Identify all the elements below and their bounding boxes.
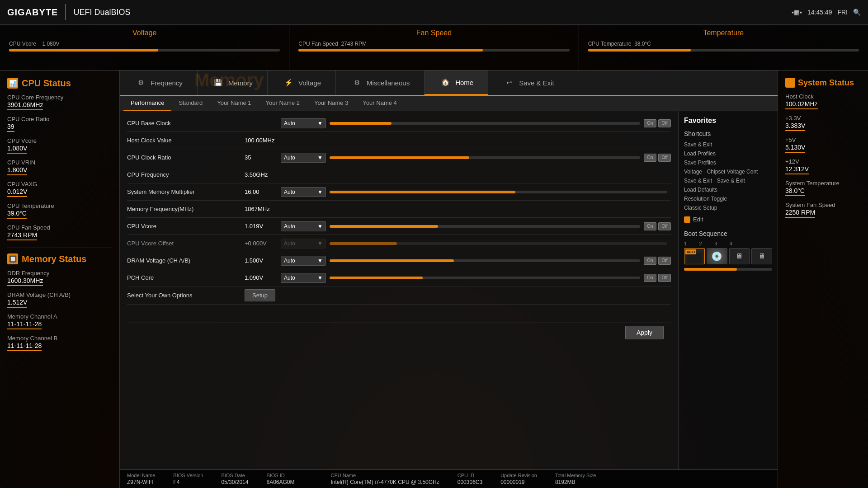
- system-status-items: Host Clock 100.02MHz +3.3V 3.383V +5V 5.…: [785, 93, 861, 220]
- cpu-vcore-value: 1.080V: [7, 145, 27, 154]
- temp-track: [588, 49, 859, 52]
- sub-tab-standard[interactable]: Standard: [171, 96, 210, 111]
- sys-mem-mult-dropdown[interactable]: Auto▼: [281, 187, 326, 197]
- toggle-on[interactable]: On: [644, 119, 656, 127]
- sub-tab-your-name-3[interactable]: Your Name 3: [307, 96, 355, 111]
- setting-row-cpu-freq: CPU Frequency 3.50GHz: [127, 166, 671, 183]
- cpu-vrin-value: 1.800V: [7, 166, 27, 175]
- boot-device-4[interactable]: 🖥: [751, 248, 772, 264]
- dram-voltage-label: DRAM Voltage (CH A/B): [7, 291, 112, 298]
- hdd-icon-4: 🖥: [758, 252, 765, 260]
- pch-core-toggle: On Off: [644, 274, 671, 282]
- shortcut-save-exit-2[interactable]: Save & Exit - Save & Exit: [684, 176, 772, 185]
- apply-button[interactable]: Apply: [625, 326, 664, 339]
- header-time: 14:45:49: [807, 9, 832, 16]
- cpu-temp-value: 39.0°C: [7, 210, 27, 219]
- tab-voltage[interactable]: ⚡ Voltage: [268, 70, 336, 95]
- cpu-clock-ratio-dropdown[interactable]: Auto▼: [281, 153, 326, 163]
- fan-track: [298, 49, 569, 52]
- cpu-vcore-slider[interactable]: [330, 225, 640, 228]
- memory-status-title: 🔲 Memory Status: [7, 253, 112, 264]
- temperature-label: Temperature: [588, 29, 859, 37]
- tab-frequency[interactable]: ⚙ Frequency: [120, 70, 198, 95]
- cpu-fan-label: CPU Fan Speed: [7, 224, 112, 231]
- pch-core-dropdown[interactable]: Auto▼: [281, 273, 326, 283]
- shortcut-resolution-toggle[interactable]: Resolution Toggle: [684, 194, 772, 203]
- shortcut-load-profiles[interactable]: Load Profiles: [684, 149, 772, 158]
- dram-voltage-dropdown[interactable]: Auto▼: [281, 256, 326, 266]
- fan-speed-label: Fan Speed: [298, 29, 569, 37]
- shortcut-classic-setup[interactable]: Classic Setup: [684, 203, 772, 212]
- sys-mem-mult-slider[interactable]: [330, 191, 667, 193]
- nav-tabs: ⚙ Frequency 💾 Memory ⚡ Voltage ⚙ Miscell…: [120, 70, 778, 96]
- shortcut-save-profiles[interactable]: Save Profiles: [684, 158, 772, 167]
- cpu-temp-label: CPU Temperature: [7, 202, 112, 209]
- header-icons: ▪▦▪: [792, 9, 802, 16]
- boot-device-3[interactable]: 🖥: [729, 248, 750, 264]
- boot-device-1[interactable]: UEFI: [684, 248, 705, 264]
- bottom-bar: Model Name Z97N-WIFI BIOS Version F4 BIO…: [120, 469, 778, 488]
- shortcut-voltage-chipset[interactable]: Voltage - Chipset Voltage Cont: [684, 167, 772, 176]
- sidebar-left: 📊 CPU Status CPU Core Frequency 3901.06M…: [0, 70, 120, 488]
- setting-row-pch-core: PCH Core 1.090V Auto▼ On Off: [127, 269, 671, 286]
- save-exit-icon: ↩: [503, 76, 515, 89]
- tab-memory[interactable]: 💾 Memory: [198, 70, 268, 95]
- cpu-vaxg-label: CPU VAXG: [7, 181, 112, 188]
- setting-row-mem-freq: Memory Frequency(MHz) 1867MHz: [127, 201, 671, 218]
- tab-miscellaneous[interactable]: ⚙ Miscellaneous: [336, 70, 425, 95]
- v33-label: +3.3V: [785, 115, 861, 122]
- host-clock-label: Host Clock: [785, 93, 861, 100]
- cpu-status-title: 📊 CPU Status: [7, 78, 112, 89]
- sub-tab-your-name-4[interactable]: Your Name 4: [355, 96, 404, 111]
- search-icon[interactable]: 🔍: [853, 9, 861, 16]
- toggle-off-2[interactable]: Off: [658, 154, 671, 162]
- cpu-vcore-offset-dropdown[interactable]: Auto▼: [281, 239, 326, 249]
- boot-device-2[interactable]: 💿: [707, 248, 727, 264]
- boot-scrollbar[interactable]: [684, 268, 772, 271]
- cpu-base-clock-fill: [330, 122, 392, 125]
- sub-tab-performance[interactable]: Performance: [123, 96, 171, 111]
- setting-row-select-options: Select Your Own Options Setup: [127, 286, 671, 305]
- toggle-off-5[interactable]: Off: [658, 274, 671, 282]
- toggle-off-4[interactable]: Off: [658, 257, 671, 265]
- toggle-off[interactable]: Off: [658, 119, 671, 127]
- toggle-on-5[interactable]: On: [644, 274, 656, 282]
- cpu-clock-ratio-slider[interactable]: [330, 156, 640, 159]
- cpu-base-clock-dropdown[interactable]: Auto▼: [281, 118, 326, 128]
- tab-save-exit[interactable]: ↩ Save & Exit: [488, 70, 569, 95]
- ddr-freq-value: 1600.30MHz: [7, 277, 43, 286]
- cpu-clock-ratio-toggle: On Off: [644, 154, 671, 162]
- shortcut-load-defaults[interactable]: Load Defaults: [684, 185, 772, 194]
- cpu-vcore-dropdown[interactable]: Auto▼: [281, 221, 326, 231]
- sys-temp-value: 38.0°C: [785, 187, 805, 196]
- system-status-icon: ⚙: [785, 78, 795, 88]
- toggle-on-4[interactable]: On: [644, 257, 656, 265]
- main-panel: ⚙ Frequency 💾 Memory ⚡ Voltage ⚙ Miscell…: [120, 70, 778, 488]
- toggle-on-3[interactable]: On: [644, 222, 656, 230]
- info-update-revision: Update Revision 00000019: [500, 473, 537, 485]
- cpu-fan-monitor-label: CPU Fan Speed 2743 RPM: [298, 41, 569, 47]
- temp-fill: [588, 49, 691, 52]
- sub-tab-your-name-1[interactable]: Your Name 1: [210, 96, 258, 111]
- cpu-vcore-offset-slider[interactable]: [330, 242, 667, 245]
- memory-status-items: DDR Frequency 1600.30MHz DRAM Voltage (C…: [7, 270, 112, 353]
- sub-tab-your-name-2[interactable]: Your Name 2: [259, 96, 307, 111]
- setting-row-host-clock: Host Clock Value 100.00MHz: [127, 132, 671, 149]
- dram-voltage-fill: [330, 259, 454, 262]
- fan-speed-monitor: Fan Speed CPU Fan Speed 2743 RPM: [289, 25, 579, 70]
- tab-home[interactable]: 🏠 Home: [425, 70, 488, 95]
- dram-voltage-slider[interactable]: [330, 259, 640, 262]
- monitor-bar: Voltage CPU Vcore 1.080V Fan Speed CPU F…: [0, 25, 868, 70]
- cpu-status-icon: 📊: [7, 78, 18, 89]
- boot-scroll-fill: [684, 268, 737, 271]
- header-bar: GIGABYTE UEFI DualBIOS ▪▦▪ 14:45:49 FRI …: [0, 0, 868, 25]
- shortcut-save-exit[interactable]: Save & Exit: [684, 140, 772, 149]
- toggle-off-3[interactable]: Off: [658, 222, 671, 230]
- setup-button[interactable]: Setup: [245, 289, 275, 301]
- boot-sequence-title: Boot Sequence: [684, 230, 772, 237]
- toggle-on-2[interactable]: On: [644, 154, 656, 162]
- edit-button[interactable]: Edit: [684, 216, 772, 223]
- header-day: FRI: [837, 9, 848, 16]
- cpu-base-clock-slider[interactable]: [330, 122, 640, 125]
- pch-core-slider[interactable]: [330, 277, 640, 279]
